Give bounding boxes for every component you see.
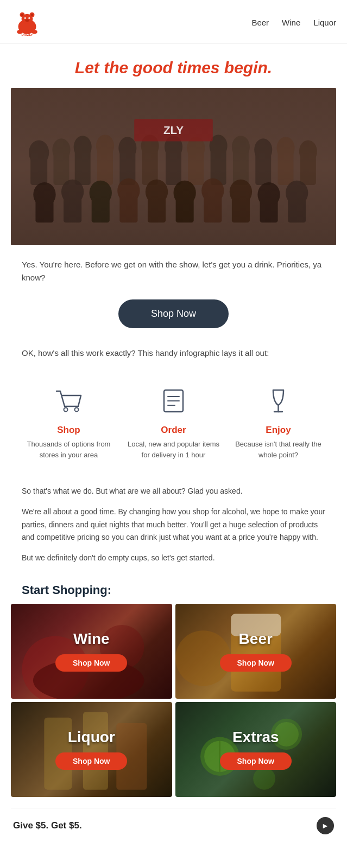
order-label: Order (127, 425, 220, 436)
main-nav: Beer Wine Liquor (251, 18, 336, 27)
start-shopping-heading: Start Shopping: (0, 573, 347, 604)
list-icon (127, 381, 220, 419)
body-paragraph-1: So that's what we do. But what are we al… (22, 485, 325, 498)
enjoy-label: Enjoy (231, 425, 325, 436)
shop-label: Shop (22, 425, 116, 436)
body-paragraph-2: We're all about a good time. By changing… (22, 506, 325, 544)
svg-point-5 (31, 14, 34, 16)
intro-text: Yes. You're here. Before we get on with … (0, 245, 347, 290)
header: DRIZLY Beer Wine Liquor (0, 0, 347, 43)
shopping-grid: Wine Shop Now Beer Shop Now Liquor Shop … (0, 604, 347, 797)
liquor-card-title: Liquor (68, 729, 115, 746)
wine-card: Wine Shop Now (11, 604, 172, 699)
footer-bar: Give $5. Get $5. ► (0, 808, 347, 843)
svg-point-62 (64, 407, 68, 411)
drizly-logo[interactable]: DRIZLY (11, 8, 43, 37)
nav-wine[interactable]: Wine (282, 18, 300, 27)
infographic-section: Shop Thousands of options from stores in… (0, 368, 347, 476)
liquor-card: Liquor Shop Now (11, 702, 172, 797)
infographic-intro: OK, how's all this work exactly? This ha… (0, 341, 347, 368)
liquor-shop-now-button[interactable]: Shop Now (55, 752, 127, 770)
body-paragraph-3: But we definitely don't do empty cups, s… (22, 552, 325, 565)
footer-arrow-button[interactable]: ► (317, 817, 334, 834)
svg-point-63 (75, 407, 79, 411)
wine-card-title: Wine (73, 630, 110, 648)
infographic-enjoy: Enjoy Because isn't that really the whol… (226, 381, 331, 460)
svg-point-4 (21, 14, 24, 16)
infographic-order: Order Local, new and popular items for d… (121, 381, 226, 460)
svg-point-84 (253, 768, 275, 790)
footer-promo-text: Give $5. Get $5. (13, 820, 82, 831)
body-text: So that's what we do. But what are we al… (0, 476, 347, 573)
svg-point-6 (24, 17, 26, 19)
extras-card-title: Extras (232, 729, 279, 746)
beer-card: Beer Shop Now (175, 604, 337, 699)
hero-image-container: ZLY (0, 88, 347, 245)
extras-card: Extras Shop Now (175, 702, 337, 797)
svg-point-8 (25, 20, 29, 22)
svg-rect-77 (83, 712, 108, 789)
enjoy-desc: Because isn't that really the whole poin… (231, 439, 325, 460)
shop-desc: Thousands of options from stores in your… (22, 439, 116, 460)
nav-liquor[interactable]: Liquor (313, 18, 336, 27)
wine-shop-now-button[interactable]: Shop Now (55, 654, 127, 672)
shop-button-wrapper: Shop Now (0, 290, 347, 341)
svg-text:DRIZLY: DRIZLY (21, 33, 33, 36)
logo-area: DRIZLY (11, 8, 43, 37)
cart-icon (22, 381, 116, 419)
nav-beer[interactable]: Beer (251, 18, 269, 27)
wine-glass-icon (231, 381, 325, 419)
hero-image: ZLY (11, 88, 336, 245)
svg-rect-61 (11, 88, 336, 245)
beer-card-title: Beer (239, 630, 273, 648)
order-desc: Local, new and popular items for deliver… (127, 439, 220, 460)
shop-now-button[interactable]: Shop Now (118, 299, 229, 328)
beer-shop-now-button[interactable]: Shop Now (220, 654, 292, 672)
infographic-shop: Shop Thousands of options from stores in… (16, 381, 121, 460)
extras-shop-now-button[interactable]: Shop Now (220, 752, 292, 770)
svg-point-7 (28, 17, 30, 19)
hero-headline: Let the good times begin. (0, 43, 347, 88)
